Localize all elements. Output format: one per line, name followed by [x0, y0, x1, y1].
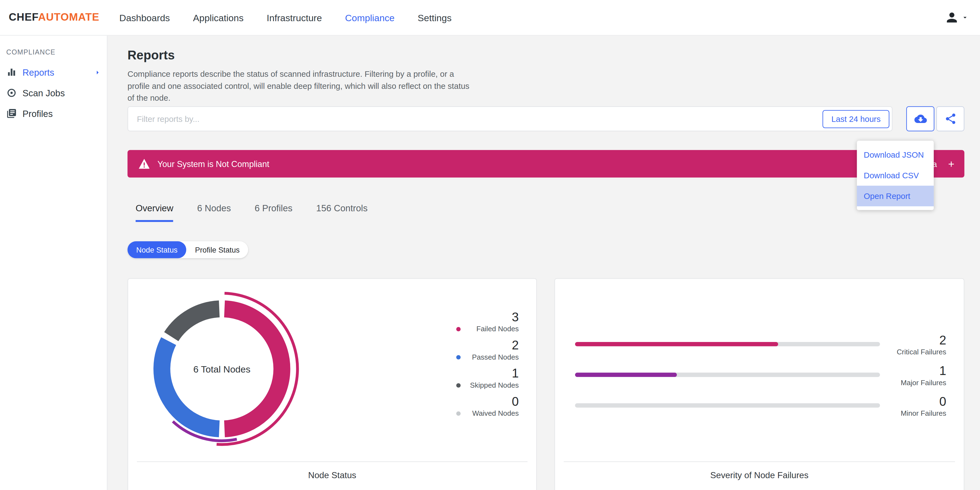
sidebar-item-label: Reports: [22, 67, 54, 77]
status-toggle: Node Status Profile Status: [127, 241, 249, 258]
tab-overview[interactable]: Overview: [135, 203, 173, 222]
page-description: Compliance reports describe the status o…: [127, 68, 470, 104]
legend-value: 3: [456, 310, 519, 325]
donut-center-label: 6 Total Nodes: [140, 288, 303, 450]
page-title: Reports: [127, 48, 175, 62]
legend-label: Passed Nodes: [472, 353, 519, 361]
filter-bar: Last 24 hours: [127, 106, 892, 131]
main-content: Reports Compliance reports describe the …: [108, 36, 980, 490]
bar-value: 2: [889, 333, 946, 347]
download-menu: Download JSON Download CSV Open Report: [857, 141, 934, 210]
bar-chart-icon: [6, 67, 17, 78]
bar-fill-major: [575, 372, 677, 377]
bar-label: Major Failures: [889, 379, 946, 386]
legend-value: 1: [456, 366, 519, 381]
passed-dot-icon: [456, 355, 461, 359]
node-status-donut-chart: 6 Total Nodes: [140, 288, 303, 450]
legend-entry-failed: 3 Failed Nodes: [456, 310, 519, 332]
filter-input[interactable]: [128, 107, 892, 131]
card-caption: Node Status: [128, 470, 536, 480]
bar-fill-critical: [575, 342, 778, 346]
cloud-download-icon: [914, 113, 926, 125]
menu-item-open-report[interactable]: Open Report: [857, 186, 934, 206]
severity-bar-chart: 2 Critical Failures 1 Major Failures 0: [575, 329, 947, 421]
bar-value: 0: [889, 394, 946, 408]
node-status-pill[interactable]: Node Status: [127, 241, 186, 258]
chevron-down-icon[interactable]: [961, 14, 969, 21]
bar-label: Minor Failures: [889, 409, 946, 417]
bar-track: [575, 372, 880, 377]
library-icon: [6, 108, 17, 119]
waived-dot-icon: [456, 411, 461, 415]
bar-track: [575, 403, 880, 408]
tab-profiles[interactable]: 6 Profiles: [255, 203, 293, 222]
menu-item-download-csv[interactable]: Download CSV: [857, 165, 934, 186]
legend-value: 0: [456, 395, 519, 409]
sidebar-item-reports[interactable]: Reports: [0, 62, 107, 83]
legend-entry-passed: 2 Passed Nodes: [456, 338, 519, 361]
main-nav: Dashboards Applications Infrastructure C…: [119, 12, 475, 23]
bar-row-minor: 0 Minor Failures: [575, 390, 947, 421]
top-navbar: CHEFAUTOMATE Dashboards Applications Inf…: [0, 0, 980, 36]
node-status-card: 6 Total Nodes 3 Failed Nodes 2 Passed No…: [127, 278, 537, 490]
banner-expand-button[interactable]: +: [948, 159, 955, 169]
share-button[interactable]: [936, 106, 964, 131]
tab-nodes[interactable]: 6 Nodes: [197, 203, 231, 222]
share-icon: [944, 113, 956, 125]
chevron-right-icon: [93, 68, 102, 77]
bar-row-critical: 2 Critical Failures: [575, 329, 947, 359]
scan-icon: [6, 88, 17, 98]
chef-automate-logo[interactable]: CHEFAUTOMATE: [9, 11, 99, 24]
tab-controls[interactable]: 156 Controls: [316, 203, 368, 222]
legend-label: Waived Nodes: [472, 409, 519, 417]
user-icon[interactable]: [944, 10, 959, 25]
nav-infrastructure[interactable]: Infrastructure: [267, 12, 322, 23]
card-caption: Severity of Node Failures: [555, 470, 964, 480]
app-window: CHEFAUTOMATE Dashboards Applications Inf…: [0, 0, 980, 490]
legend-label: Skipped Nodes: [470, 381, 519, 389]
warning-triangle-icon: [138, 159, 150, 169]
bar-value: 1: [889, 363, 946, 377]
legend-entry-waived: 0 Waived Nodes: [456, 395, 519, 417]
legend-value: 2: [456, 338, 519, 352]
legend-entry-skipped: 1 Skipped Nodes: [456, 366, 519, 389]
time-range-button[interactable]: Last 24 hours: [822, 110, 889, 128]
nav-settings[interactable]: Settings: [418, 12, 452, 23]
profile-status-pill[interactable]: Profile Status: [186, 241, 248, 258]
sidebar-item-scan-jobs[interactable]: Scan Jobs: [0, 83, 107, 103]
sidebar-item-profiles[interactable]: Profiles: [0, 103, 107, 124]
report-tabs: Overview 6 Nodes 6 Profiles 156 Controls: [135, 203, 391, 222]
download-button[interactable]: [906, 106, 934, 131]
nav-compliance[interactable]: Compliance: [345, 12, 395, 23]
compliance-sidebar: COMPLIANCE Reports Scan Jobs Profiles: [0, 36, 108, 490]
banner-message: Your System is Not Compliant: [158, 159, 269, 169]
compliance-banner: Your System is Not Compliant ta +: [127, 150, 965, 177]
sidebar-item-label: Scan Jobs: [22, 88, 65, 98]
severity-card: 2 Critical Failures 1 Major Failures 0: [555, 278, 965, 490]
sidebar-item-label: Profiles: [22, 108, 53, 118]
card-divider: [564, 461, 955, 462]
banner-right: ta +: [930, 159, 955, 169]
logo-automate-text: AUTOMATE: [38, 11, 100, 23]
nav-applications[interactable]: Applications: [193, 12, 244, 23]
logo-chef-text: CHEF: [9, 11, 38, 23]
bar-track: [575, 342, 880, 346]
skipped-dot-icon: [456, 383, 461, 387]
menu-item-download-json[interactable]: Download JSON: [857, 145, 934, 165]
card-divider: [137, 461, 528, 462]
legend-label: Failed Nodes: [476, 325, 519, 332]
bar-row-major: 1 Major Failures: [575, 360, 947, 390]
bar-label: Critical Failures: [889, 348, 946, 355]
node-status-legend: 3 Failed Nodes 2 Passed Nodes 1: [456, 310, 519, 423]
nav-dashboards[interactable]: Dashboards: [119, 12, 170, 23]
sidebar-section-label: COMPLIANCE: [0, 36, 107, 62]
user-menu[interactable]: [944, 10, 969, 25]
failed-dot-icon: [456, 326, 461, 331]
